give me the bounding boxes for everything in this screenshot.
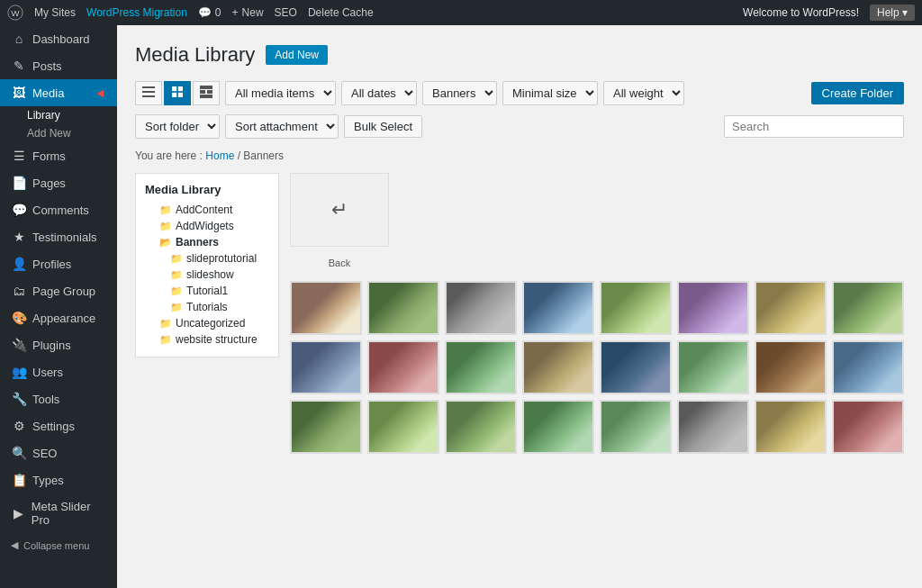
welcome-text: Welcome to WordPress!	[743, 6, 859, 19]
back-button[interactable]: ↵	[290, 173, 389, 247]
sidebar-item-label: Pages	[32, 176, 66, 190]
sidebar-item-label: Meta Slider Pro	[32, 500, 106, 527]
media-thumb[interactable]	[367, 400, 439, 454]
media-thumb[interactable]	[600, 400, 672, 454]
media-thumb[interactable]	[445, 400, 517, 454]
sidebar-item-profiles[interactable]: 👤 Profiles	[0, 250, 117, 277]
add-new-button[interactable]: Add New	[266, 45, 328, 65]
svg-rect-11	[207, 90, 212, 94]
sidebar-item-types[interactable]: 📋 Types	[0, 466, 117, 493]
media-thumb[interactable]	[755, 281, 827, 335]
media-thumb[interactable]	[445, 340, 517, 394]
media-thumb[interactable]	[290, 400, 362, 454]
sidebar-item-plugins[interactable]: 🔌 Plugins	[0, 331, 117, 358]
sort-attachment-select[interactable]: Sort attachment	[225, 114, 339, 139]
folder-item-tutorials[interactable]: 📁 Tutorials	[145, 299, 269, 315]
sidebar-item-tools[interactable]: 🔧 Tools	[0, 385, 117, 412]
media-thumb[interactable]	[832, 400, 904, 454]
comments-link[interactable]: 💬 0	[198, 6, 221, 19]
media-thumb[interactable]	[832, 340, 904, 394]
filter-size-select[interactable]: Minimal size	[502, 81, 598, 105]
new-link[interactable]: + New	[232, 6, 264, 19]
media-thumb[interactable]	[290, 340, 362, 394]
collapse-menu[interactable]: ◀ Collapse menu	[0, 533, 117, 557]
sidebar-item-label: Media	[32, 86, 64, 100]
media-thumb[interactable]	[755, 340, 827, 394]
media-thumb[interactable]	[677, 400, 749, 454]
sidebar-item-appearance[interactable]: 🎨 Appearance	[0, 304, 117, 331]
media-thumb[interactable]	[522, 281, 594, 335]
my-sites-link[interactable]: My Sites	[34, 6, 76, 19]
filter-media-select[interactable]: All media items	[225, 81, 336, 105]
media-thumb[interactable]	[367, 340, 439, 394]
sidebar-item-label: SEO	[32, 447, 57, 460]
sidebar-item-media[interactable]: 🖼 Media ◄	[0, 79, 117, 106]
folder-item-addcontent[interactable]: 📁 AddContent	[145, 202, 269, 218]
media-thumb[interactable]	[445, 281, 517, 335]
folder-tree: Media Library 📁 AddContent 📁 AddWidgets …	[135, 173, 279, 357]
media-thumb[interactable]	[677, 340, 749, 394]
seo-link[interactable]: SEO	[275, 6, 297, 19]
folder-item-uncategorized[interactable]: 📁 Uncategorized	[145, 315, 269, 331]
search-input[interactable]	[724, 115, 904, 138]
media-thumb[interactable]	[522, 400, 594, 454]
sort-folder-select[interactable]: Sort folder	[135, 114, 220, 139]
folder-item-tutorial1[interactable]: 📁 Tutorial1	[145, 283, 269, 299]
media-thumb[interactable]	[600, 340, 672, 394]
folder-item-addwidgets[interactable]: 📁 AddWidgets	[145, 218, 269, 234]
svg-rect-4	[142, 95, 155, 97]
svg-rect-12	[200, 95, 212, 98]
folder-icon: 📁	[159, 221, 172, 232]
sidebar-item-users[interactable]: 👥 Users	[0, 358, 117, 385]
filter-dates-select[interactable]: All dates	[341, 81, 417, 105]
bulk-select-button[interactable]: Bulk Select	[344, 115, 422, 138]
view-tiles-button[interactable]	[193, 81, 220, 105]
breadcrumb-banners: Banners	[243, 149, 284, 162]
wp-logo[interactable]: W	[7, 5, 23, 21]
svg-rect-6	[178, 86, 183, 91]
create-folder-button[interactable]: Create Folder	[811, 82, 904, 104]
sidebar-item-forms[interactable]: ☰ Forms	[0, 142, 117, 169]
media-thumb[interactable]	[832, 281, 904, 335]
media-thumb[interactable]	[367, 281, 439, 335]
pages-icon: 📄	[11, 176, 27, 190]
sidebar-item-pagegroup[interactable]: 🗂 Page Group	[0, 277, 117, 304]
sidebar-item-dashboard[interactable]: ⌂ Dashboard	[0, 25, 117, 52]
media-thumb[interactable]	[600, 281, 672, 335]
filter-folder-select[interactable]: Banners	[422, 81, 497, 105]
sidebar-sub-library[interactable]: Library	[0, 106, 117, 124]
sidebar-item-posts[interactable]: ✎ Posts	[0, 52, 117, 79]
help-button[interactable]: Help ▾	[870, 5, 915, 21]
sidebar-item-pages[interactable]: 📄 Pages	[0, 169, 117, 196]
media-thumb[interactable]	[677, 281, 749, 335]
folder-item-banners[interactable]: 📂 Banners	[145, 234, 269, 250]
folder-item-slideprotutorial[interactable]: 📁 slideprotutorial	[145, 250, 269, 267]
folder-icon: 📁	[170, 269, 183, 281]
folder-item-slideshow[interactable]: 📁 slideshow	[145, 267, 269, 283]
sidebar-item-label: Posts	[32, 59, 62, 73]
breadcrumb-home[interactable]: Home	[205, 149, 234, 162]
media-thumb[interactable]	[290, 281, 362, 335]
sidebar-item-label: Dashboard	[32, 32, 90, 46]
media-thumb[interactable]	[522, 340, 594, 394]
svg-rect-2	[142, 86, 155, 88]
sidebar-item-metaslider[interactable]: ▶ Meta Slider Pro	[0, 493, 117, 533]
sidebar-item-settings[interactable]: ⚙ Settings	[0, 412, 117, 439]
collapse-icon: ◀	[11, 539, 18, 551]
sidebar: ⌂ Dashboard ✎ Posts 🖼 Media ◄ Library Ad…	[0, 25, 117, 588]
breadcrumb: You are here : Home / Banners	[135, 149, 904, 162]
sidebar-item-seo[interactable]: 🔍 SEO	[0, 439, 117, 466]
sidebar-sub-add-new[interactable]: Add New	[0, 124, 117, 142]
view-list-button[interactable]	[135, 81, 162, 105]
media-icon: 🖼	[11, 86, 27, 100]
sidebar-item-testimonials[interactable]: ★ Testimonials	[0, 223, 117, 250]
toolbar-row2: Sort folder Sort attachment Bulk Select	[135, 114, 904, 139]
sidebar-item-comments[interactable]: 💬 Comments	[0, 196, 117, 223]
wp-migration-link[interactable]: WordPress Migration	[86, 6, 187, 19]
media-thumb[interactable]	[755, 400, 827, 454]
delete-cache-link[interactable]: Delete Cache	[308, 6, 374, 19]
folder-item-website-structure[interactable]: 📁 website structure	[145, 331, 269, 348]
view-grid-button[interactable]	[164, 81, 191, 105]
filter-weight-select[interactable]: All weight	[603, 81, 684, 105]
metaslider-icon: ▶	[11, 506, 26, 520]
